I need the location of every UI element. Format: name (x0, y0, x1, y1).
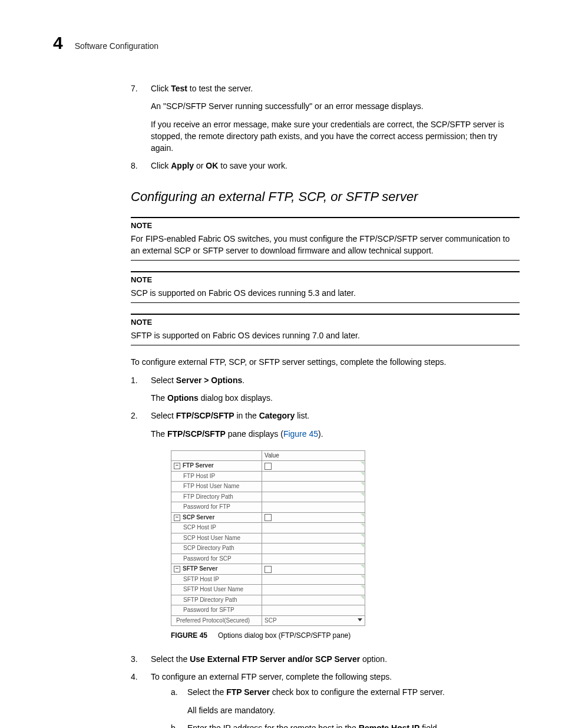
step-4b: Enter the IP address for the remote host… (171, 722, 520, 728)
text-bold: Use External FTP Server and/or SCP Serve… (190, 654, 360, 664)
text: in the (234, 411, 259, 420)
step-4-sublist: Select the FTP Server check box to confi… (171, 686, 520, 728)
steps-top: Click Test to test the server. An "SCP/S… (131, 83, 520, 172)
sftp-dir-field[interactable] (262, 595, 365, 605)
ftp-server-checkbox[interactable] (265, 463, 272, 470)
ftp-host-ip-field[interactable] (262, 471, 365, 482)
row-label: Password for FTP (171, 502, 262, 513)
row-label: SFTP Host IP (171, 574, 262, 585)
step-1: Select Server > Options. The Options dia… (131, 374, 520, 404)
step-4a-sub: All fields are mandatory. (187, 704, 520, 716)
row-label: Password for SFTP (171, 605, 262, 616)
row-label: FTP Host IP (171, 471, 262, 482)
sftp-server-checkbox[interactable] (265, 566, 272, 573)
note-label: NOTE (131, 220, 520, 232)
scp-user-field[interactable] (262, 533, 365, 543)
chapter-number: 4 (53, 33, 63, 53)
row-label: SFTP Host User Name (171, 585, 262, 595)
text: Select (151, 411, 176, 420)
text: . (242, 375, 244, 385)
figure-label: FIGURE 45 (171, 631, 207, 640)
main-content: Click Test to test the server. An "SCP/S… (131, 83, 520, 728)
text-bold: Server > Options (176, 375, 242, 385)
section-heading: Configuring an external FTP, SCP, or SFT… (131, 187, 520, 206)
sftp-host-ip-field[interactable] (262, 574, 365, 585)
text: Select the (187, 687, 226, 697)
ftp-user-field[interactable] (262, 482, 365, 492)
text: Click (151, 161, 171, 170)
row-label: FTP Directory Path (171, 492, 262, 502)
text: to save your work. (218, 161, 287, 170)
text-bold: FTP Server (226, 687, 270, 697)
step-4a: Select the FTP Server check box to confi… (171, 686, 520, 716)
text: Select (151, 375, 176, 385)
row-label: SCP Host IP (171, 523, 262, 533)
step-3: Select the Use External FTP Server and/o… (131, 653, 520, 665)
figure-caption: FIGURE 45Options dialog box (FTP/SCP/SFT… (171, 631, 520, 641)
text: pane displays ( (226, 429, 283, 439)
row-label: SCP Directory Path (171, 543, 262, 554)
row-label: Password for SCP (171, 554, 262, 564)
scp-dir-field[interactable] (262, 543, 365, 554)
text-bold: OK (206, 161, 218, 170)
text: Click (151, 84, 171, 93)
chevron-down-icon (358, 618, 362, 621)
group-sftp: −SFTP Server (171, 564, 262, 575)
text-bold: FTP/SCP/SFTP (167, 429, 226, 439)
steps-main: Select Server > Options. The Options dia… (131, 374, 520, 728)
scp-server-checkbox[interactable] (265, 514, 272, 521)
text: field. (419, 723, 439, 728)
sftp-user-field[interactable] (262, 585, 365, 595)
ftp-pass-field[interactable] (262, 502, 365, 513)
note-text: SCP is supported on Fabric OS devices ru… (131, 287, 520, 299)
chapter-title: Software Configuration (75, 41, 158, 51)
note-3: NOTE SFTP is supported on Fabric OS devi… (131, 314, 520, 345)
text: list. (295, 411, 309, 420)
note-label: NOTE (131, 275, 520, 286)
text: check box to configure the external FTP … (270, 687, 445, 697)
page-header: 4 Software Configuration (53, 33, 520, 53)
scp-host-ip-field[interactable] (262, 523, 365, 533)
row-label: SCP Host User Name (171, 533, 262, 543)
text: option. (360, 654, 387, 664)
preferred-protocol-label: Preferred Protocol(Secured) (171, 615, 262, 626)
text-bold: Apply (171, 161, 194, 170)
document-page: 4 Software Configuration Click Test to t… (0, 0, 562, 728)
text: To configure an external FTP server, com… (151, 672, 392, 681)
options-table: Value −FTP Server FTP Host IP FTP Host U… (171, 450, 365, 627)
note-2: NOTE SCP is supported on Fabric OS devic… (131, 271, 520, 303)
intro-text: To configure external FTP, SCP, or SFTP … (131, 356, 520, 368)
text: Select the (151, 654, 190, 664)
text: dialog box displays. (199, 393, 273, 403)
note-1: NOTE For FIPS-enabled Fabric OS switches… (131, 217, 520, 261)
figure-45-image: Value −FTP Server FTP Host IP FTP Host U… (171, 450, 520, 627)
text-bold: Remote Host IP (359, 723, 419, 728)
row-label: FTP Host User Name (171, 482, 262, 492)
text-bold: Options (167, 393, 199, 403)
note-label: NOTE (131, 317, 520, 328)
figure-link[interactable]: Figure 45 (283, 429, 318, 439)
step-7: Click Test to test the server. An "SCP/S… (131, 83, 520, 154)
step-4: To configure an external FTP server, com… (131, 671, 520, 728)
text: The (151, 393, 167, 403)
value-header: Value (262, 450, 365, 461)
step-8: Click Apply or OK to save your work. (131, 160, 520, 172)
step-2-sub: The FTP/SCP/SFTP pane displays (Figure 4… (151, 428, 520, 440)
note-text: SFTP is supported on Fabric OS devices r… (131, 330, 520, 341)
text-bold: FTP/SCP/SFTP (176, 411, 234, 420)
sftp-pass-field[interactable] (262, 605, 365, 616)
figure-caption-text: Options dialog box (FTP/SCP/SFTP pane) (218, 631, 351, 640)
step-7-sub1: An "SCP/SFTP Server running successfully… (151, 100, 520, 112)
step-7-sub2: If you receive an error message, make su… (151, 118, 520, 154)
text: Enter the IP address for the remote host… (187, 723, 359, 728)
text-bold: Test (171, 84, 187, 93)
preferred-protocol-dropdown[interactable]: SCP (262, 615, 365, 626)
text: ). (318, 429, 323, 439)
step-7-text: Click Test to test the server. (151, 84, 253, 93)
scp-pass-field[interactable] (262, 554, 365, 564)
ftp-dir-field[interactable] (262, 492, 365, 502)
text-bold: Category (259, 411, 295, 420)
row-label: SFTP Directory Path (171, 595, 262, 605)
text: to test the server. (187, 84, 253, 93)
text: or (194, 161, 206, 170)
